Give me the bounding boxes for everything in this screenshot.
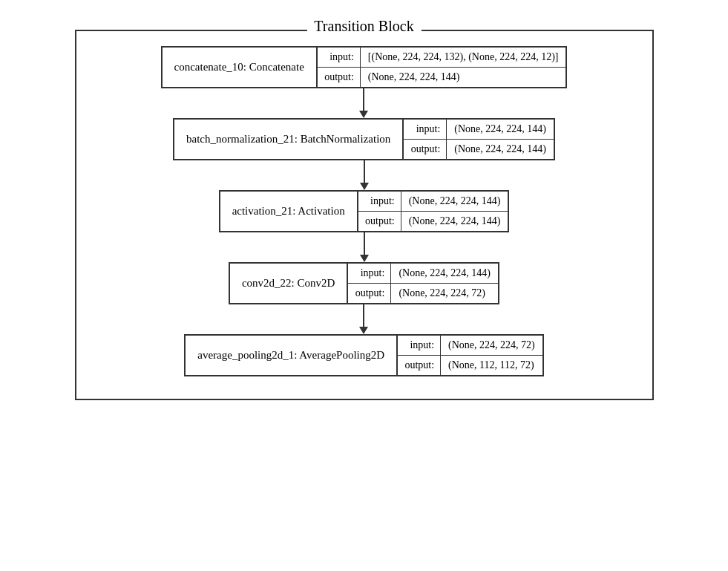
arrow-line-3	[363, 304, 364, 327]
node-wrapper-0: concatenate_10: Concatenate input: [(Non…	[161, 46, 568, 118]
arrow-0	[359, 88, 368, 118]
io-label-input-3: input:	[348, 264, 391, 283]
arrow-head-1	[360, 183, 369, 190]
node-conv2d: conv2d_22: Conv2D input: (None, 224, 224…	[229, 262, 499, 304]
node-wrapper-3: conv2d_22: Conv2D input: (None, 224, 224…	[229, 262, 499, 334]
io-label-input-0: input:	[318, 48, 361, 67]
io-label-input-2: input:	[358, 192, 401, 211]
node-wrapper-4: average_pooling2d_1: AveragePooling2D in…	[184, 334, 543, 376]
arrow-1	[360, 160, 369, 190]
arrow-head-0	[359, 111, 368, 118]
io-value-output-0: (None, 224, 224, 144)	[361, 68, 468, 87]
arrow-head-2	[360, 255, 369, 262]
transition-block-container: Transition Block concatenate_10: Concate…	[75, 30, 654, 400]
io-row-output-3: output: (None, 224, 224, 72)	[348, 284, 498, 303]
io-row-output-2: output: (None, 224, 224, 144)	[358, 212, 508, 231]
node-io-4: input: (None, 224, 224, 72) output: (Non…	[398, 336, 542, 375]
io-value-output-3: (None, 224, 224, 72)	[391, 284, 493, 303]
node-label-4: average_pooling2d_1: AveragePooling2D	[186, 336, 398, 375]
io-row-input-4: input: (None, 224, 224, 72)	[398, 336, 542, 356]
arrow-3	[359, 304, 368, 334]
node-io-2: input: (None, 224, 224, 144) output: (No…	[358, 192, 508, 231]
io-value-input-2: (None, 224, 224, 144)	[401, 192, 508, 211]
io-value-input-1: (None, 224, 224, 144)	[447, 120, 554, 139]
node-wrapper-2: activation_21: Activation input: (None, …	[219, 190, 510, 262]
node-avgpool: average_pooling2d_1: AveragePooling2D in…	[184, 334, 543, 376]
io-row-output-4: output: (None, 112, 112, 72)	[398, 356, 542, 375]
node-activation: activation_21: Activation input: (None, …	[219, 190, 510, 232]
node-label-3: conv2d_22: Conv2D	[230, 264, 348, 303]
arrow-head-3	[359, 327, 368, 334]
node-io-3: input: (None, 224, 224, 144) output: (No…	[348, 264, 498, 303]
io-row-output-0: output: (None, 224, 224, 144)	[318, 68, 566, 87]
arrow-line-2	[364, 232, 365, 255]
io-row-input-2: input: (None, 224, 224, 144)	[358, 192, 508, 212]
io-row-input-1: input: (None, 224, 224, 144)	[404, 120, 554, 140]
node-wrapper-1: batch_normalization_21: BatchNormalizati…	[173, 118, 555, 190]
arrow-line-1	[364, 160, 365, 183]
io-label-output-0: output:	[318, 68, 361, 87]
arrow-2	[360, 232, 369, 262]
io-value-input-4: (None, 224, 224, 72)	[441, 336, 542, 355]
io-value-output-1: (None, 224, 224, 144)	[447, 140, 554, 159]
diagram: concatenate_10: Concatenate input: [(Non…	[99, 46, 630, 376]
io-label-output-4: output:	[398, 356, 441, 375]
node-label-0: concatenate_10: Concatenate	[163, 48, 318, 87]
io-label-output-1: output:	[404, 140, 447, 159]
node-io-1: input: (None, 224, 224, 144) output: (No…	[404, 120, 554, 159]
arrow-line-0	[363, 88, 364, 111]
io-label-input-4: input:	[398, 336, 441, 355]
io-row-output-1: output: (None, 224, 224, 144)	[404, 140, 554, 159]
node-concatenate: concatenate_10: Concatenate input: [(Non…	[161, 46, 568, 88]
io-value-output-4: (None, 112, 112, 72)	[441, 356, 542, 375]
node-label-1: batch_normalization_21: BatchNormalizati…	[174, 120, 404, 159]
io-label-input-1: input:	[404, 120, 447, 139]
node-label-2: activation_21: Activation	[220, 192, 358, 231]
io-row-input-0: input: [(None, 224, 224, 132), (None, 22…	[318, 48, 566, 68]
io-value-output-2: (None, 224, 224, 144)	[401, 212, 508, 231]
io-value-input-3: (None, 224, 224, 144)	[391, 264, 498, 283]
node-batchnorm: batch_normalization_21: BatchNormalizati…	[173, 118, 555, 160]
io-row-input-3: input: (None, 224, 224, 144)	[348, 264, 498, 284]
io-label-output-2: output:	[358, 212, 401, 231]
io-value-input-0: [(None, 224, 224, 132), (None, 224, 224,…	[361, 48, 566, 67]
node-io-0: input: [(None, 224, 224, 132), (None, 22…	[318, 48, 566, 87]
io-label-output-3: output:	[348, 284, 391, 303]
block-title: Transition Block	[306, 18, 421, 35]
